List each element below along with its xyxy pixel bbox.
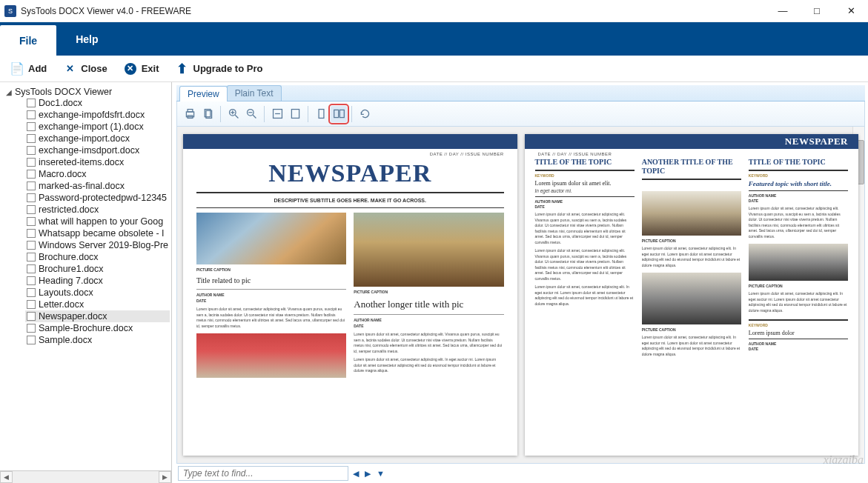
tree-item[interactable]: Password-protectedpwd-12345 — [25, 192, 170, 204]
checkbox[interactable] — [27, 146, 36, 155]
maximize-button[interactable]: □ — [800, 0, 834, 22]
single-page-icon[interactable] — [313, 106, 329, 122]
article-image — [196, 333, 346, 378]
svg-rect-15 — [319, 110, 324, 119]
tree-item[interactable]: Doc1.docx — [25, 97, 170, 109]
checkbox[interactable] — [27, 300, 36, 309]
copy-icon[interactable] — [199, 106, 216, 122]
tree-item[interactable]: Heading 7.docx — [25, 275, 170, 287]
view-tabs: Preview Plain Text — [176, 85, 865, 101]
checkbox[interactable] — [27, 312, 36, 321]
checkbox[interactable] — [27, 122, 36, 131]
upgrade-button[interactable]: ⬆ Upgrade to Pro — [176, 62, 263, 76]
checkbox[interactable] — [27, 193, 36, 202]
close-window-button[interactable]: ✕ — [834, 0, 868, 22]
minimize-button[interactable]: — — [766, 0, 800, 22]
checkbox[interactable] — [27, 217, 36, 226]
tree-item-label: Heading 7.docx — [39, 276, 103, 286]
close-button[interactable]: ✕ Close — [63, 62, 107, 76]
find-prev-icon[interactable]: ◀ — [353, 469, 360, 479]
two-page-icon[interactable] — [331, 106, 347, 122]
checkbox[interactable] — [27, 336, 36, 344]
tree-item[interactable]: insereted-items.docx — [25, 156, 170, 168]
tree-item[interactable]: Newspaper.docx — [25, 310, 170, 322]
print-icon[interactable] — [182, 106, 198, 122]
find-next-icon[interactable]: ▶ — [365, 469, 372, 479]
tree-item-label: exchange-impofdsfrt.docx — [39, 110, 145, 120]
tree-item[interactable]: Whatsapp became obsolete - I — [25, 227, 170, 239]
fit-page-icon[interactable] — [287, 106, 303, 122]
scroll-left-icon[interactable]: ◀ — [0, 471, 13, 483]
tree-item[interactable]: restricted.docx — [25, 204, 170, 216]
zoom-in-icon[interactable] — [225, 106, 242, 122]
checkbox[interactable] — [27, 276, 36, 285]
article-image — [354, 213, 503, 287]
main-panel: Preview Plain Text DATE // DAY // ISSU — [172, 82, 868, 483]
tree-item[interactable]: Sample-Brochure.docx — [25, 322, 170, 334]
svg-rect-14 — [291, 110, 299, 119]
tree-root[interactable]: ◢ SysTools DOCX Viewer — [4, 87, 170, 97]
tree-item[interactable]: Brochure.docx — [25, 251, 170, 263]
fit-width-icon[interactable] — [269, 106, 285, 122]
upgrade-icon: ⬆ — [176, 62, 189, 76]
tree-item[interactable]: Letter.docx — [25, 299, 170, 310]
watermark: xiazaiba — [824, 453, 864, 467]
checkbox[interactable] — [27, 134, 36, 143]
find-input[interactable] — [178, 466, 348, 481]
checkbox[interactable] — [27, 181, 36, 190]
tree-item-label: Layouts.docx — [39, 287, 93, 298]
menu-file[interactable]: File — [0, 25, 56, 56]
tree-item[interactable]: Brochure1.docx — [25, 263, 170, 275]
tree-item[interactable]: what will happen to your Goog — [25, 216, 170, 227]
add-label: Add — [28, 63, 47, 74]
tree-item[interactable]: exchange-import (1).docx — [25, 121, 170, 133]
tree-item-label: Sample.docx — [39, 335, 92, 345]
tree-item-label: insereted-items.docx — [39, 157, 124, 167]
checkbox[interactable] — [27, 99, 36, 107]
checkbox[interactable] — [27, 158, 36, 167]
svg-rect-17 — [339, 110, 344, 117]
checkbox[interactable] — [27, 253, 36, 262]
tree-item[interactable]: marked-as-final.docx — [25, 180, 170, 192]
page-preview-area[interactable]: DATE // DAY // ISSUE NUMBER NEWSPAPER DE… — [176, 127, 865, 464]
article-image — [642, 191, 741, 236]
find-options-icon[interactable]: ▼ — [377, 469, 386, 478]
exit-button[interactable]: ✕ Exit — [124, 62, 159, 76]
checkbox[interactable] — [27, 110, 36, 119]
checkbox[interactable] — [27, 170, 36, 179]
tree-item[interactable]: exchange-impofdsfrt.docx — [25, 109, 170, 121]
tree-item[interactable]: Macro.docx — [25, 168, 170, 180]
tree-item[interactable]: Sample.docx — [25, 334, 170, 346]
rotate-icon[interactable] — [357, 106, 373, 122]
document-toolbar — [176, 101, 865, 127]
article-image — [642, 273, 741, 324]
tab-preview[interactable]: Preview — [179, 86, 228, 101]
tree-item-label: exchange-import (1).docx — [39, 121, 144, 132]
checkbox[interactable] — [27, 288, 36, 297]
page-meta: DATE // DAY // ISSUE NUMBER — [525, 149, 859, 158]
checkbox[interactable] — [27, 205, 36, 214]
checkbox[interactable] — [27, 324, 36, 333]
tree-item[interactable]: exchange-import.docx — [25, 133, 170, 144]
file-tree[interactable]: ◢ SysTools DOCX Viewer Doc1.docxexchange… — [0, 82, 171, 470]
tree-item-label: Letter.docx — [39, 299, 84, 310]
tree-item[interactable]: exchange-imsdport.docx — [25, 144, 170, 156]
menubar: File Help — [0, 22, 868, 56]
tree-item[interactable]: Windows Server 2019-Blog-Pre — [25, 239, 170, 251]
add-button[interactable]: 📄 Add — [10, 62, 47, 76]
menu-help[interactable]: Help — [56, 22, 117, 56]
checkbox[interactable] — [27, 264, 36, 273]
sidebar-hscroll[interactable]: ◀ ▶ — [0, 470, 171, 483]
page-2: NEWSPAPER DATE // DAY // ISSUE NUMBER TI… — [525, 134, 859, 456]
scroll-right-icon[interactable]: ▶ — [159, 471, 171, 483]
window-title: SysTools DOCX Viewer v4.0 - FREEWARE — [21, 6, 191, 16]
collapse-icon[interactable]: ◢ — [4, 88, 13, 96]
zoom-out-icon[interactable] — [243, 106, 259, 122]
tab-plain-text[interactable]: Plain Text — [227, 85, 282, 101]
tree-item[interactable]: Layouts.docx — [25, 287, 170, 299]
close-icon: ✕ — [63, 62, 76, 76]
checkbox[interactable] — [27, 229, 36, 238]
checkbox[interactable] — [27, 241, 36, 250]
tree-item-label: Doc1.docx — [39, 98, 82, 108]
toolbar: 📄 Add ✕ Close ✕ Exit ⬆ Upgrade to Pro — [0, 56, 868, 82]
